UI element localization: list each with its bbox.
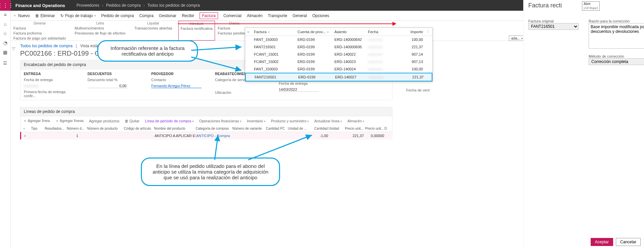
product-supply-button[interactable]: Producto y suministro [271, 119, 309, 123]
col-header[interactable]: Tipo [31, 127, 44, 130]
invoice-lookup-row[interactable]: FCANT_15001ERD-0199ERD-140022xxxxxxxx907… [245, 51, 432, 58]
invoice-lookup-row[interactable]: FANT_150003ERD-0199ERD-140024xxxxxxxx100… [245, 65, 432, 73]
tab-almacen[interactable]: Almacén [247, 13, 263, 18]
col-header[interactable]: Resultados... [45, 127, 66, 130]
select-all-checkbox[interactable]: ○ [245, 28, 252, 36]
tab-pedido-de-compra[interactable]: Pedido de compra [101, 13, 134, 18]
breadcrumb-item[interactable]: Pedidos de compra [106, 3, 141, 8]
col-header[interactable]: Factura [252, 28, 296, 36]
col-header[interactable]: Asiento [332, 28, 366, 36]
cell-product-name: ANTICIPO A APLICAR EN ... [155, 134, 196, 138]
invoice-lookup-row[interactable]: FANT216501ERD-0199ERD-140027xxxxxxxx221,… [245, 73, 432, 81]
submenu-item[interactable]: Multivencimientos [75, 26, 126, 31]
menu-icon[interactable]: ≡ [4, 12, 6, 17]
col-header[interactable]: Nombre del producto [154, 127, 195, 130]
col-header[interactable]: Categoría de compras [196, 127, 231, 130]
star-icon[interactable]: ☆ [3, 31, 7, 36]
cancel-button[interactable]: Cancelar [616, 238, 641, 246]
lines-grid-row[interactable]: ○ 1 ANTICIPO A APLICAR EN ... ANTICIPO -… [20, 132, 392, 139]
purchase-period-line-button[interactable]: Línea de período de compra [145, 119, 194, 123]
tab-gestionar[interactable]: Gestionar [159, 13, 176, 18]
col-header[interactable]: Unidad [328, 127, 343, 130]
list-icon[interactable]: ☰ [3, 60, 7, 66]
select-all-checkbox[interactable]: ○ [23, 127, 31, 130]
breadcrumb-item[interactable]: Todos los pedidos de compra [148, 3, 200, 8]
row-checkbox[interactable]: ○ [24, 134, 31, 138]
field-label: Factura original [528, 19, 579, 23]
add-lines-button[interactable]: ＋ Agregar líneas [55, 118, 84, 123]
correction-reason-textarea[interactable] [589, 23, 644, 49]
col-header[interactable]: Fecha [366, 28, 396, 36]
col-header[interactable]: Número d... [67, 127, 87, 130]
submenu-item[interactable]: Factura proforma [13, 31, 66, 36]
workspace-icon[interactable]: ▦ [3, 50, 7, 55]
breadcrumb-item[interactable]: Proveedores [76, 3, 99, 8]
cell-purchase-category[interactable]: ANTICIPO - Compra [196, 134, 232, 138]
tab-recibir[interactable]: Recibir [182, 13, 194, 18]
col-header[interactable]: Cantidad PC [266, 127, 287, 130]
annotation-arrow-red [178, 23, 396, 24]
invoice-lookup-row[interactable]: FANT216501ERD-0199ERD-140000695xxxxxxxx2… [245, 43, 432, 51]
tab-compra[interactable]: Compra [139, 13, 154, 18]
col-header[interactable]: Unidad de ... [288, 127, 309, 130]
submenu-item[interactable]: Transacciones abiertas [134, 26, 172, 31]
financial-ops-button[interactable]: Operaciones financieras [199, 119, 241, 123]
delete-button[interactable]: 🗑Eliminar [35, 13, 55, 18]
more-icon[interactable]: ⋮ [425, 28, 430, 36]
warehouse-button[interactable]: Almacén [347, 119, 364, 123]
col-header[interactable]: Código de artículo [124, 127, 153, 130]
col-header[interactable]: Precio unit... [344, 127, 364, 130]
funnel-icon[interactable]: ▽ [12, 46, 15, 51]
invoice-lookup-row[interactable]: FCANT_15002ERD-0199ERD-140023xxxxxxxx907… [245, 58, 432, 65]
left-nav-rail: ≡ ⌂ ☆ ◔ ▦ ☰ [0, 11, 11, 248]
clock-icon[interactable]: ◔ [3, 40, 7, 46]
app-logo-icon[interactable]: ⋮⋮⋮ [0, 0, 11, 11]
correction-method-select[interactable]: Corrección completa [589, 58, 644, 65]
back-link[interactable]: Todos los pedidos de compra [20, 44, 72, 48]
accept-button[interactable]: Aceptar [591, 238, 613, 246]
tooltip-label: Abrir [584, 2, 598, 6]
delivery-date-input[interactable]: 14/03/2022 [279, 87, 319, 92]
tab-comercial[interactable]: Comercial [223, 13, 241, 18]
annotation-text: Información referente a la factura recti… [111, 45, 185, 57]
section-po-lines[interactable]: Líneas de pedido de compra [20, 107, 392, 116]
workflow-button[interactable]: ↻Flujo de trabajo [60, 13, 96, 18]
remove-line-button[interactable]: 🗑 Quitar [125, 119, 140, 123]
invoice-lookup-row[interactable]: FANT_150003ERD-0199ERD-140000692xxxxxxxx… [245, 36, 432, 43]
submenu-item[interactable]: Previsiones de flujo de efectivo [75, 31, 126, 36]
invoice-lookup-dropdown[interactable]: ○ Factura Cuenta de prov... Asiento Fech… [245, 27, 433, 82]
home-icon[interactable]: ⌂ [4, 21, 6, 27]
add-products-button[interactable]: Agregar productos [89, 119, 120, 123]
cell-unit-price-1: 221,37 [344, 134, 364, 138]
cell-quantity: -1,00 [310, 134, 328, 138]
tab-opciones[interactable]: Opciones [312, 13, 329, 18]
field-group-label: PROVEEDOR [151, 72, 202, 76]
submenu-item[interactable]: Factura [13, 26, 66, 31]
add-line-button[interactable]: ＋ Agregar línea [23, 118, 50, 123]
col-header[interactable]: Número de producto [87, 127, 123, 130]
col-header[interactable]: Importe [396, 28, 425, 36]
tab-factura[interactable]: Factura [200, 12, 218, 19]
lines-grid-header: ○ Tipo Resultados... Número d... Número … [20, 125, 392, 132]
inventory-button[interactable]: Inventario [247, 119, 266, 123]
col-header[interactable]: D [384, 127, 389, 130]
tooltip-hint: (Alt+Bajar) [584, 6, 598, 10]
submenu-group-label: Letra [75, 21, 126, 25]
tab-general[interactable]: General [292, 13, 307, 18]
col-header[interactable]: Cantidad [310, 127, 328, 130]
col-header[interactable]: Precio unit... [364, 127, 384, 130]
submenu-group-letra: Letra Multivencimientos Previsiones de f… [72, 21, 132, 41]
update-line-button[interactable]: Actualizar línea [314, 119, 342, 123]
filter-icon[interactable] [326, 30, 329, 34]
col-header[interactable]: Cuenta de prov... [296, 28, 332, 36]
discount-total-input[interactable]: 0,00 [88, 84, 128, 88]
open-tooltip: Abrir (Alt+Bajar) [582, 1, 600, 11]
tab-transporte[interactable]: Transporte [268, 13, 287, 18]
submenu-item[interactable]: Factura de pago por adelantado [13, 36, 66, 41]
original-invoice-select[interactable]: FANT216501 [528, 23, 579, 30]
new-button[interactable]: ＋Nuevo [13, 13, 30, 18]
filter-icon[interactable] [266, 30, 270, 34]
col-header[interactable]: Número de variante [232, 127, 265, 130]
vendor-contact-link[interactable]: Fernando Arregui Pérez [151, 84, 202, 88]
submenu-item-factura-rectificativa[interactable]: Factura rectificativa [181, 26, 213, 31]
